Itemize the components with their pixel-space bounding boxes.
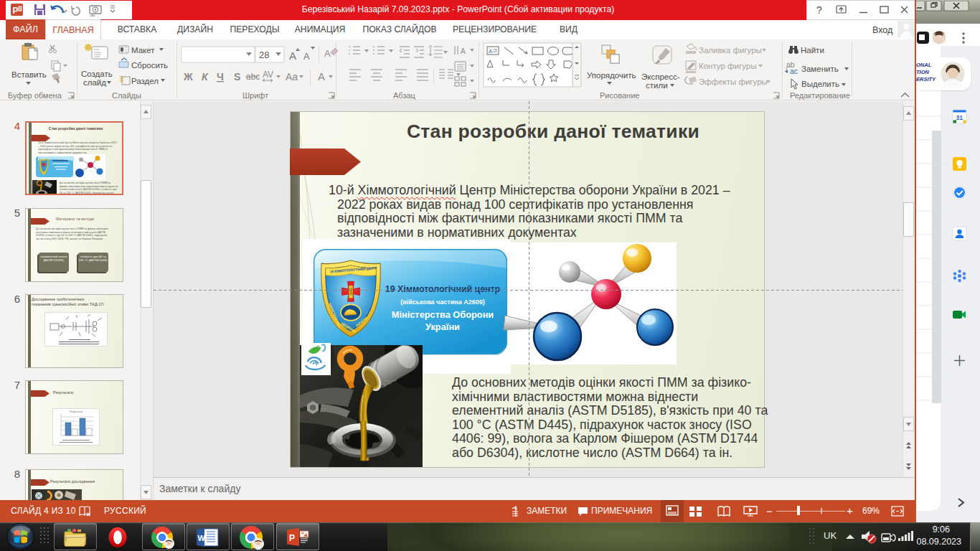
svg-text:Макет: Макет (131, 46, 155, 55)
svg-text:Заливка фигуры: Заливка фигуры (699, 46, 762, 55)
svg-text:P: P (13, 6, 19, 16)
svg-text:А: А (289, 50, 296, 62)
svg-text:Упорядочить: Упорядочить (587, 71, 636, 80)
svg-text:Aa: Aa (286, 71, 298, 83)
svg-text:Рисование: Рисование (600, 91, 639, 100)
svg-text:Вставить: Вставить (11, 70, 47, 79)
svg-text:Шрифт: Шрифт (242, 91, 268, 100)
svg-text:?: ? (816, 4, 822, 16)
svg-text:Эффекты фигуры: Эффекты фигуры (699, 77, 768, 86)
svg-text:Міністерства Оборони: Міністерства Оборони (392, 309, 494, 320)
svg-text:AV: AV (263, 70, 273, 80)
svg-text:28: 28 (259, 50, 269, 60)
svg-text:Результати: Результати (70, 410, 83, 413)
svg-text:Буфер обмена: Буфер обмена (8, 91, 62, 100)
svg-text:19 Хіммотологічний центр: 19 Хіммотологічний центр (385, 284, 501, 294)
svg-text:Выделить: Выделить (801, 80, 839, 88)
svg-text:31: 31 (956, 114, 963, 121)
svg-text:S: S (234, 71, 240, 83)
svg-text:Редактирование: Редактирование (790, 91, 850, 100)
svg-text:Раздел: Раздел (131, 77, 159, 85)
svg-text:Ч: Ч (217, 71, 224, 83)
svg-text:Заменить: Заменить (801, 65, 839, 73)
svg-text:A: A (489, 48, 493, 55)
svg-text:W: W (198, 534, 206, 542)
svg-text:Контур фигуры: Контур фигуры (699, 62, 756, 70)
svg-text:стили: стили (646, 81, 668, 90)
svg-text:А: А (461, 47, 466, 55)
svg-text:Слайды: Слайды (112, 91, 141, 100)
svg-text:А: А (324, 48, 331, 59)
svg-text:А: А (303, 51, 310, 62)
svg-text:abc: abc (246, 72, 260, 82)
svg-text:України: України (425, 321, 460, 332)
svg-text:Сбросить: Сбросить (131, 61, 168, 70)
svg-text:Найти: Найти (801, 46, 824, 55)
svg-text:ac: ac (790, 67, 798, 75)
svg-text:Абзац: Абзац (393, 91, 416, 100)
svg-text:Создать: Создать (81, 70, 113, 78)
svg-text:A: A (318, 70, 325, 83)
svg-text:Экспресс-: Экспресс- (641, 72, 680, 81)
svg-text:P: P (289, 533, 295, 543)
svg-text:слайд: слайд (83, 78, 106, 87)
svg-text:(військова частина А2609): (військова частина А2609) (400, 298, 485, 306)
svg-text:К: К (202, 71, 209, 83)
svg-text:Ж: Ж (183, 71, 193, 83)
